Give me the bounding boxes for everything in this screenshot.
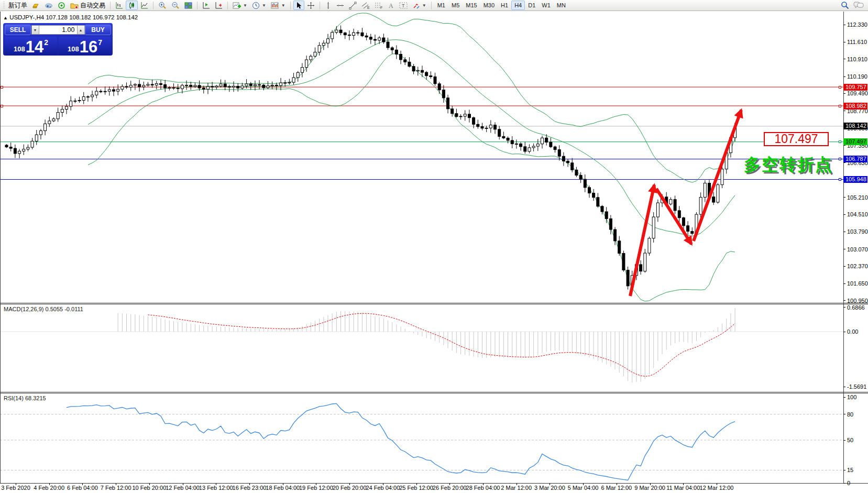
timeframe-button-m1[interactable]: M1 — [434, 1, 448, 10]
fibonacci-icon: F — [375, 2, 383, 9]
chevron-down-icon: ▼ — [243, 3, 247, 8]
auto-scroll-button[interactable] — [200, 1, 212, 10]
volume-increase-button[interactable]: ▲ — [77, 25, 85, 35]
tile-windows-button[interactable] — [182, 1, 194, 10]
macd-axis-tick — [843, 307, 845, 308]
text-button[interactable]: A — [386, 1, 397, 10]
volume-input[interactable] — [39, 25, 77, 35]
sell-button[interactable]: SELL — [5, 25, 31, 35]
line-anchor-handle[interactable] — [1, 105, 3, 107]
candle-chart-type-button[interactable] — [126, 1, 138, 10]
line-anchor-handle[interactable] — [839, 86, 841, 89]
trendline-button[interactable] — [347, 1, 359, 10]
text-label-button[interactable]: T — [397, 1, 410, 10]
equidistant-channel-button[interactable]: E — [359, 1, 372, 10]
line-anchor-handle[interactable] — [839, 140, 841, 143]
rsi-axis-label: 80 — [847, 411, 853, 418]
toolbar-separator — [110, 2, 111, 9]
chevron-down-icon: ▼ — [262, 3, 266, 8]
volume-decrease-button[interactable]: ▼ — [31, 25, 39, 35]
toolbar-separator — [153, 2, 153, 9]
chart-symbol-period: USDJPY-,H4 — [9, 14, 44, 20]
zoom-in-button[interactable] — [156, 1, 169, 10]
svg-text:T: T — [402, 3, 405, 8]
periods-button[interactable]: ▼ — [250, 1, 268, 10]
price-badge: 105.948 — [843, 176, 867, 183]
price-tick-label: 112.330 — [847, 21, 867, 28]
template-icon — [271, 2, 279, 9]
line-anchor-handle[interactable] — [839, 178, 841, 181]
panel-divider[interactable] — [0, 303, 868, 303]
search-button[interactable] — [839, 1, 851, 10]
horizontal-line-button[interactable] — [334, 1, 346, 10]
buy-price-display[interactable]: 108 16 7 — [59, 37, 111, 56]
community-button[interactable] — [42, 1, 55, 10]
collapse-trade-panel-icon[interactable]: ▲ — [3, 15, 8, 20]
buy-button[interactable]: BUY — [85, 25, 111, 35]
cursor-button[interactable] — [293, 1, 304, 10]
buy-price-sup: 7 — [98, 38, 102, 47]
indicators-button[interactable]: ▼ — [230, 1, 249, 10]
timeframe-button-w1[interactable]: W1 — [539, 1, 554, 10]
price-badge: 107.497 — [843, 138, 867, 145]
panel-divider[interactable] — [0, 392, 868, 392]
rsi-label: RSI(14) 68.3215 — [4, 395, 46, 401]
price-tick-label: 105.210 — [847, 194, 868, 201]
gold-chart-button[interactable] — [30, 1, 42, 10]
vertical-line-button[interactable] — [323, 1, 334, 10]
timeframe-button-mn[interactable]: MN — [554, 1, 569, 10]
rsi-axis-tick — [843, 483, 845, 484]
chart-ohlc-values: 107.128 108.182 106.972 108.142 — [46, 14, 138, 20]
text-label-icon: T — [399, 2, 408, 9]
timeframe-button-h1[interactable]: H1 — [498, 1, 511, 10]
sell-price-display[interactable]: 108 14 2 — [5, 37, 57, 56]
price-axis-tick — [843, 266, 845, 267]
timeframe-button-d1[interactable]: D1 — [525, 1, 539, 10]
price-text-object[interactable]: 107.497 — [764, 132, 829, 146]
crosshair-button[interactable] — [305, 1, 317, 10]
bar-chart-type-button[interactable] — [113, 1, 125, 10]
line-anchor-handle[interactable] — [839, 105, 841, 107]
sell-button-label: SELL — [10, 26, 26, 34]
panel-divider[interactable] — [0, 393, 868, 393]
price-axis-tick — [843, 232, 845, 232]
price-axis-tick — [843, 197, 845, 198]
zoom-out-button[interactable] — [169, 1, 182, 10]
timeframe-button-m15[interactable]: M15 — [463, 1, 480, 10]
auto-scroll-icon — [202, 2, 210, 9]
price-tick-label: 111.610 — [847, 39, 867, 45]
chat-bubbles-icon — [853, 1, 864, 9]
price-chart-plot — [0, 12, 843, 303]
line-chart-type-button[interactable] — [138, 1, 150, 10]
price-tick-label: 109.490 — [847, 90, 868, 96]
signals-button[interactable] — [56, 1, 68, 10]
panel-divider[interactable] — [0, 304, 868, 304]
price-tick-label: 102.370 — [847, 263, 868, 269]
price-axis-tick — [843, 25, 845, 25]
timeframe-button-m30[interactable]: M30 — [480, 1, 498, 10]
price-axis-border — [843, 12, 844, 483]
price-tick-label: 110.190 — [847, 73, 867, 80]
autotrade-label: 自动交易 — [80, 1, 105, 10]
chat-button[interactable] — [851, 1, 866, 10]
arrows-button[interactable]: ▼ — [410, 1, 428, 10]
autotrade-button[interactable]: 自动交易 — [68, 1, 107, 10]
fibonacci-button[interactable]: F — [372, 1, 385, 10]
annotation-text[interactable]: 多空转折点 — [744, 154, 833, 177]
price-tick-label: 100.950 — [847, 298, 868, 304]
price-axis-tick — [843, 93, 845, 94]
line-anchor-handle[interactable] — [839, 158, 841, 160]
price-axis-tick — [843, 249, 845, 249]
line-anchor-handle[interactable] — [1, 86, 3, 89]
new-order-label: 新订单 — [8, 1, 27, 10]
price-axis-tick — [843, 300, 845, 301]
price-axis-tick — [843, 76, 845, 77]
sell-price-main: 14 — [26, 39, 43, 55]
sell-price-prefix: 108 — [14, 45, 25, 53]
timeframe-button-m5[interactable]: M5 — [448, 1, 463, 10]
new-order-button[interactable]: 新订单 — [6, 1, 29, 10]
timeframe-button-h4[interactable]: H4 — [511, 1, 525, 10]
chart-shift-button[interactable] — [213, 1, 225, 10]
templates-button[interactable]: ▼ — [269, 1, 288, 10]
chart-left-border — [0, 12, 1, 483]
